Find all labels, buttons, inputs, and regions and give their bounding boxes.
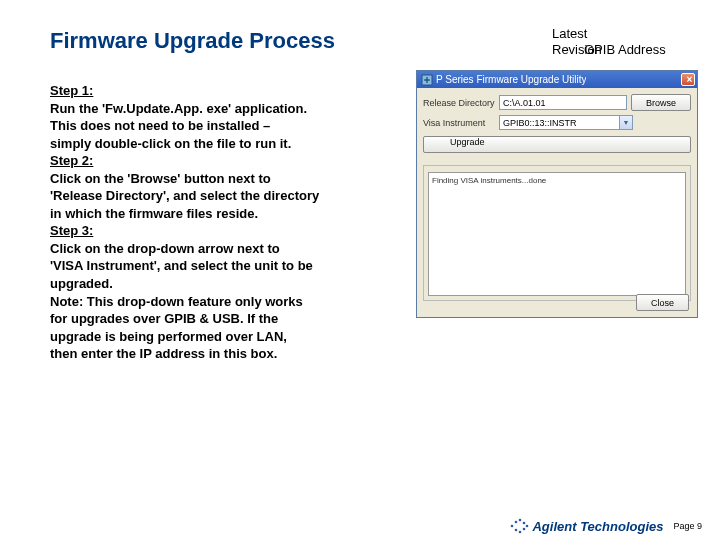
release-directory-input[interactable]: C:\A.01.01 bbox=[499, 95, 627, 110]
step1-label: Step 1: bbox=[50, 83, 93, 98]
app-icon bbox=[421, 74, 433, 86]
log-output: Finding VISA instruments...done bbox=[428, 172, 686, 296]
note-line4: then enter the IP address in this box. bbox=[50, 346, 277, 361]
step3-line1: Click on the drop-down arrow next to bbox=[50, 241, 280, 256]
instructions-block: Step 1: Run the 'Fw.Update.App. exe' app… bbox=[50, 82, 410, 363]
svg-point-8 bbox=[526, 525, 529, 528]
brand-name: Agilent Technologies bbox=[532, 519, 663, 534]
svg-point-2 bbox=[515, 521, 518, 524]
browse-button[interactable]: Browse bbox=[631, 94, 691, 111]
step1-line3: simply double-click on the file to run i… bbox=[50, 136, 291, 151]
svg-point-4 bbox=[519, 519, 522, 522]
svg-point-7 bbox=[523, 528, 526, 531]
utility-window: P Series Firmware Upgrade Utility × Rele… bbox=[416, 70, 698, 318]
annotation-latest: Latest bbox=[552, 26, 672, 42]
close-button[interactable]: Close bbox=[636, 294, 689, 311]
svg-point-3 bbox=[515, 529, 518, 532]
visa-dropdown-arrow[interactable]: ▼ bbox=[620, 115, 633, 130]
note-line3: upgrade is being performed over LAN, bbox=[50, 329, 287, 344]
step3-line2: 'VISA Instrument', and select the unit t… bbox=[50, 258, 313, 273]
svg-point-5 bbox=[519, 531, 522, 534]
step2-line2: 'Release Directory', and select the dire… bbox=[50, 188, 319, 203]
slide-title: Firmware Upgrade Process bbox=[50, 28, 335, 54]
footer: Agilent Technologies Page 9 bbox=[508, 518, 702, 534]
svg-point-6 bbox=[523, 522, 526, 525]
note-line1: Note: This drop-down feature only works bbox=[50, 294, 303, 309]
log-groupbox: Finding VISA instruments...done bbox=[423, 165, 691, 301]
close-icon: × bbox=[684, 74, 693, 85]
annotation-revision-gpib: RevisionGPIB Address bbox=[552, 42, 672, 58]
annotation-gpib-address: GPIB Address bbox=[584, 42, 666, 58]
window-close-button[interactable]: × bbox=[681, 73, 695, 86]
spark-icon bbox=[508, 518, 530, 534]
chevron-down-icon: ▼ bbox=[623, 119, 630, 126]
window-body: Release Directory C:\A.01.01 Browse Visa… bbox=[417, 88, 697, 161]
note-line2: for upgrades over GPIB & USB. If the bbox=[50, 311, 278, 326]
brand-logo: Agilent Technologies bbox=[508, 518, 663, 534]
svg-point-1 bbox=[511, 525, 514, 528]
step1-line2: This does not need to be installed – bbox=[50, 118, 270, 133]
step2-label: Step 2: bbox=[50, 153, 93, 168]
upgrade-button[interactable]: Upgrade bbox=[423, 136, 691, 153]
step2-line3: in which the firmware files reside. bbox=[50, 206, 258, 221]
page-number: Page 9 bbox=[673, 521, 702, 531]
step1-line1: Run the 'Fw.Update.App. exe' application… bbox=[50, 101, 307, 116]
step3-line3: upgraded. bbox=[50, 276, 113, 291]
visa-instrument-input[interactable]: GPIB0::13::INSTR bbox=[499, 115, 620, 130]
step3-label: Step 3: bbox=[50, 223, 93, 238]
visa-instrument-label: Visa Instrument bbox=[423, 118, 495, 128]
release-directory-label: Release Directory bbox=[423, 98, 495, 108]
step2-line1: Click on the 'Browse' button next to bbox=[50, 171, 271, 186]
window-title: P Series Firmware Upgrade Utility bbox=[433, 74, 586, 85]
window-titlebar[interactable]: P Series Firmware Upgrade Utility × bbox=[417, 71, 697, 88]
